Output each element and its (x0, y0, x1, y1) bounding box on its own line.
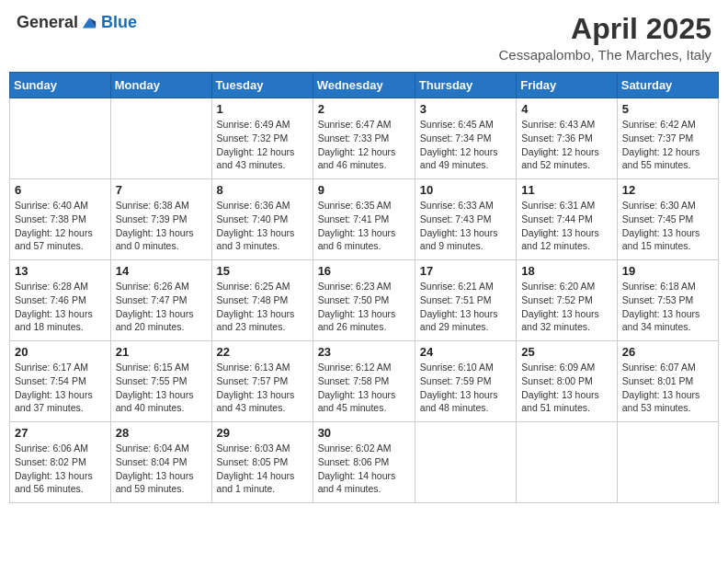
day-info: Sunrise: 6:35 AMSunset: 7:41 PMDaylight:… (318, 199, 410, 253)
calendar-day-cell: 22Sunrise: 6:13 AMSunset: 7:57 PMDayligh… (211, 341, 313, 422)
day-number: 15 (217, 264, 308, 278)
calendar-day-cell: 6Sunrise: 6:40 AMSunset: 7:38 PMDaylight… (10, 179, 111, 260)
day-number: 3 (420, 102, 511, 116)
title-block: April 2025 Cessapalombo, The Marches, It… (499, 13, 712, 63)
day-number: 26 (622, 345, 713, 359)
calendar-day-cell: 5Sunrise: 6:42 AMSunset: 7:37 PMDaylight… (617, 98, 718, 179)
day-info: Sunrise: 6:12 AMSunset: 7:58 PMDaylight:… (318, 361, 410, 415)
day-number: 8 (217, 183, 308, 197)
day-info: Sunrise: 6:20 AMSunset: 7:52 PMDaylight:… (521, 280, 612, 334)
day-info: Sunrise: 6:04 AMSunset: 8:04 PMDaylight:… (116, 442, 207, 496)
month-title: April 2025 (499, 13, 712, 45)
day-number: 29 (217, 426, 308, 440)
calendar-day-cell: 17Sunrise: 6:21 AMSunset: 7:51 PMDayligh… (415, 260, 516, 341)
calendar-day-cell: 18Sunrise: 6:20 AMSunset: 7:52 PMDayligh… (517, 260, 618, 341)
logo-icon (81, 15, 97, 31)
day-info: Sunrise: 6:13 AMSunset: 7:57 PMDaylight:… (217, 361, 308, 415)
day-info: Sunrise: 6:21 AMSunset: 7:51 PMDaylight:… (420, 280, 511, 334)
day-info: Sunrise: 6:38 AMSunset: 7:39 PMDaylight:… (116, 199, 207, 253)
day-number: 23 (318, 345, 410, 359)
calendar-day-cell: 28Sunrise: 6:04 AMSunset: 8:04 PMDayligh… (110, 422, 211, 503)
calendar-day-cell: 4Sunrise: 6:43 AMSunset: 7:36 PMDaylight… (517, 98, 618, 179)
calendar-week-row: 13Sunrise: 6:28 AMSunset: 7:46 PMDayligh… (10, 260, 719, 341)
calendar-day-cell: 29Sunrise: 6:03 AMSunset: 8:05 PMDayligh… (211, 422, 313, 503)
day-number: 17 (420, 264, 511, 278)
calendar-table: SundayMondayTuesdayWednesdayThursdayFrid… (9, 72, 719, 503)
calendar-day-cell (110, 98, 211, 179)
day-info: Sunrise: 6:23 AMSunset: 7:50 PMDaylight:… (318, 280, 410, 334)
calendar-day-cell: 26Sunrise: 6:07 AMSunset: 8:01 PMDayligh… (617, 341, 718, 422)
day-info: Sunrise: 6:45 AMSunset: 7:34 PMDaylight:… (420, 118, 511, 172)
day-number: 11 (521, 183, 612, 197)
day-info: Sunrise: 6:02 AMSunset: 8:06 PMDaylight:… (318, 442, 410, 496)
weekday-header: Monday (110, 73, 211, 98)
day-number: 27 (15, 426, 106, 440)
day-info: Sunrise: 6:18 AMSunset: 7:53 PMDaylight:… (622, 280, 713, 334)
calendar-day-cell: 14Sunrise: 6:26 AMSunset: 7:47 PMDayligh… (110, 260, 211, 341)
calendar-day-cell: 3Sunrise: 6:45 AMSunset: 7:34 PMDaylight… (415, 98, 516, 179)
day-number: 9 (318, 183, 410, 197)
day-info: Sunrise: 6:40 AMSunset: 7:38 PMDaylight:… (15, 199, 106, 253)
location-title: Cessapalombo, The Marches, Italy (499, 47, 712, 63)
calendar-day-cell: 20Sunrise: 6:17 AMSunset: 7:54 PMDayligh… (10, 341, 111, 422)
day-number: 16 (318, 264, 410, 278)
calendar-week-row: 20Sunrise: 6:17 AMSunset: 7:54 PMDayligh… (10, 341, 719, 422)
weekday-header: Saturday (617, 73, 718, 98)
weekday-header: Tuesday (211, 73, 313, 98)
day-info: Sunrise: 6:07 AMSunset: 8:01 PMDaylight:… (622, 361, 713, 415)
day-info: Sunrise: 6:09 AMSunset: 8:00 PMDaylight:… (521, 361, 612, 415)
day-number: 5 (622, 102, 713, 116)
calendar-day-cell (517, 422, 618, 503)
day-number: 12 (622, 183, 713, 197)
calendar-day-cell: 25Sunrise: 6:09 AMSunset: 8:00 PMDayligh… (517, 341, 618, 422)
day-info: Sunrise: 6:03 AMSunset: 8:05 PMDaylight:… (217, 442, 308, 496)
weekday-header: Thursday (415, 73, 516, 98)
calendar-day-cell: 12Sunrise: 6:30 AMSunset: 7:45 PMDayligh… (617, 179, 718, 260)
calendar-day-cell: 10Sunrise: 6:33 AMSunset: 7:43 PMDayligh… (415, 179, 516, 260)
calendar-day-cell: 21Sunrise: 6:15 AMSunset: 7:55 PMDayligh… (110, 341, 211, 422)
day-number: 4 (521, 102, 612, 116)
day-info: Sunrise: 6:33 AMSunset: 7:43 PMDaylight:… (420, 199, 511, 253)
day-info: Sunrise: 6:47 AMSunset: 7:33 PMDaylight:… (318, 118, 410, 172)
day-info: Sunrise: 6:17 AMSunset: 7:54 PMDaylight:… (15, 361, 106, 415)
day-number: 2 (318, 102, 410, 116)
calendar-day-cell: 2Sunrise: 6:47 AMSunset: 7:33 PMDaylight… (313, 98, 415, 179)
calendar-day-cell (10, 98, 111, 179)
calendar-day-cell: 15Sunrise: 6:25 AMSunset: 7:48 PMDayligh… (211, 260, 313, 341)
day-number: 20 (15, 345, 106, 359)
logo-blue: Blue (101, 13, 137, 32)
calendar-day-cell (617, 422, 718, 503)
calendar-day-cell: 19Sunrise: 6:18 AMSunset: 7:53 PMDayligh… (617, 260, 718, 341)
calendar-day-cell: 8Sunrise: 6:36 AMSunset: 7:40 PMDaylight… (211, 179, 313, 260)
day-number: 1 (217, 102, 308, 116)
day-info: Sunrise: 6:31 AMSunset: 7:44 PMDaylight:… (521, 199, 612, 253)
calendar-day-cell: 9Sunrise: 6:35 AMSunset: 7:41 PMDaylight… (313, 179, 415, 260)
day-number: 22 (217, 345, 308, 359)
day-info: Sunrise: 6:49 AMSunset: 7:32 PMDaylight:… (217, 118, 308, 172)
calendar-day-cell: 1Sunrise: 6:49 AMSunset: 7:32 PMDaylight… (211, 98, 313, 179)
calendar-day-cell: 23Sunrise: 6:12 AMSunset: 7:58 PMDayligh… (313, 341, 415, 422)
weekday-header: Sunday (10, 73, 111, 98)
logo: General Blue (17, 13, 137, 32)
day-info: Sunrise: 6:26 AMSunset: 7:47 PMDaylight:… (116, 280, 207, 334)
calendar-day-cell: 30Sunrise: 6:02 AMSunset: 8:06 PMDayligh… (313, 422, 415, 503)
logo-general: General (17, 13, 78, 32)
day-number: 24 (420, 345, 511, 359)
weekday-header: Wednesday (313, 73, 415, 98)
calendar-day-cell: 24Sunrise: 6:10 AMSunset: 7:59 PMDayligh… (415, 341, 516, 422)
day-info: Sunrise: 6:36 AMSunset: 7:40 PMDaylight:… (217, 199, 308, 253)
day-info: Sunrise: 6:30 AMSunset: 7:45 PMDaylight:… (622, 199, 713, 253)
calendar-day-cell: 7Sunrise: 6:38 AMSunset: 7:39 PMDaylight… (110, 179, 211, 260)
day-number: 18 (521, 264, 612, 278)
weekday-header: Friday (517, 73, 618, 98)
day-number: 19 (622, 264, 713, 278)
calendar-week-row: 27Sunrise: 6:06 AMSunset: 8:02 PMDayligh… (10, 422, 719, 503)
day-number: 7 (116, 183, 207, 197)
day-number: 21 (116, 345, 207, 359)
day-info: Sunrise: 6:42 AMSunset: 7:37 PMDaylight:… (622, 118, 713, 172)
day-number: 13 (15, 264, 106, 278)
calendar-day-cell: 13Sunrise: 6:28 AMSunset: 7:46 PMDayligh… (10, 260, 111, 341)
day-info: Sunrise: 6:25 AMSunset: 7:48 PMDaylight:… (217, 280, 308, 334)
calendar-week-row: 6Sunrise: 6:40 AMSunset: 7:38 PMDaylight… (10, 179, 719, 260)
day-info: Sunrise: 6:28 AMSunset: 7:46 PMDaylight:… (15, 280, 106, 334)
